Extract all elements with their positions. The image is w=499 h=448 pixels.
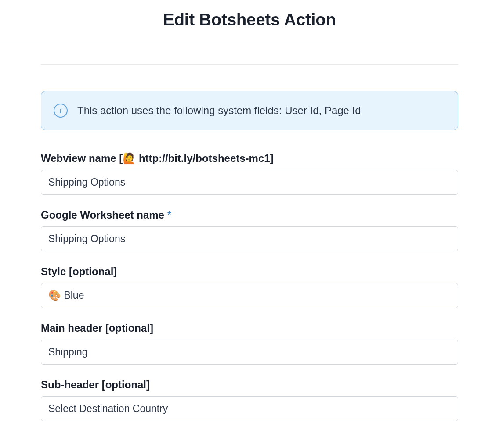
page-title: Edit Botsheets Action [0, 11, 499, 29]
form-group-webview-name: Webview name [🙋 http://bit.ly/botsheets-… [41, 152, 458, 195]
worksheet-name-label-text: Google Worksheet name [41, 209, 164, 221]
main-header-label: Main header [optional] [41, 322, 458, 334]
form-group-sub-header: Sub-header [optional] [41, 379, 458, 421]
info-banner-text: This action uses the following system fi… [77, 104, 361, 117]
sub-header-label: Sub-header [optional] [41, 379, 458, 391]
form-container: i This action uses the following system … [41, 65, 458, 444]
info-banner: i This action uses the following system … [41, 91, 458, 130]
style-label: Style [optional] [41, 265, 458, 278]
webview-name-label: Webview name [🙋 http://bit.ly/botsheets-… [41, 152, 458, 165]
form-group-style: Style [optional] [41, 265, 458, 308]
form-group-worksheet-name: Google Worksheet name * [41, 209, 458, 251]
style-select-wrapper [41, 283, 458, 308]
webview-name-input[interactable] [41, 170, 458, 195]
sub-header-input[interactable] [41, 396, 458, 421]
content-wrapper: i This action uses the following system … [21, 64, 478, 444]
style-select[interactable] [41, 283, 458, 308]
form-group-main-header: Main header [optional] [41, 322, 458, 365]
worksheet-name-label: Google Worksheet name * [41, 209, 458, 221]
info-icon: i [54, 104, 68, 118]
required-indicator: * [167, 209, 171, 221]
page-header: Edit Botsheets Action [0, 0, 499, 43]
main-header-input[interactable] [41, 340, 458, 365]
worksheet-name-input[interactable] [41, 226, 458, 251]
